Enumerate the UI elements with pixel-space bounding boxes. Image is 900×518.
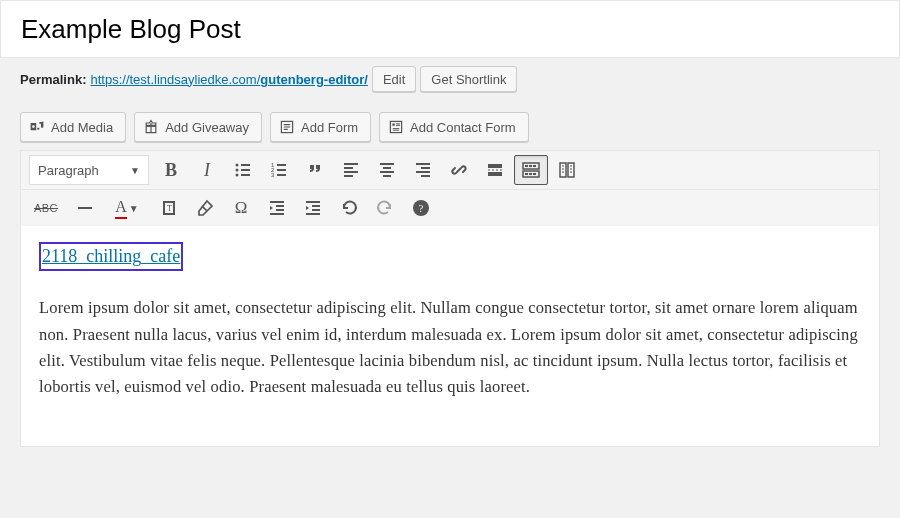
chevron-down-icon: ▼ [129,203,139,214]
indent-button[interactable] [296,193,330,223]
strikethrough-button[interactable]: ABC [26,193,66,223]
read-more-icon [485,160,505,180]
post-title-input[interactable] [1,1,899,57]
quote-icon [305,160,325,180]
link-icon [449,160,469,180]
svg-text:?: ? [419,202,424,214]
svg-text:3: 3 [271,172,275,178]
svg-point-6 [236,174,239,177]
add-contact-form-button[interactable]: Add Contact Form [379,112,529,142]
svg-rect-2 [390,121,401,132]
bold-button[interactable]: B [154,155,188,185]
format-select[interactable]: Paragraph ▼ [29,155,149,185]
svg-point-0 [32,125,35,128]
permalink-label: Permalink: [20,72,86,87]
italic-button[interactable]: I [190,155,224,185]
toolbar-toggle-icon [521,160,541,180]
special-character-button[interactable]: Ω [224,193,258,223]
permalink-row: Permalink: https://test.lindsayliedke.co… [0,58,900,104]
horizontal-rule-button[interactable] [68,193,102,223]
link-button[interactable] [442,155,476,185]
outdent-button[interactable] [260,193,294,223]
numbered-list-icon: 123 [269,160,289,180]
add-form-button[interactable]: Add Form [270,112,371,142]
svg-rect-11 [525,165,528,167]
contact-form-icon [388,119,404,135]
svg-text:T: T [167,204,172,213]
undo-button[interactable] [332,193,366,223]
permalink-link[interactable]: https://test.lindsayliedke.com/gutenberg… [90,72,367,87]
help-icon: ? [411,198,431,218]
redo-button[interactable] [368,193,402,223]
svg-rect-15 [525,173,528,175]
blockquote-button[interactable] [298,155,332,185]
eraser-icon [195,198,215,218]
help-button[interactable]: ? [404,193,438,223]
svg-rect-17 [533,173,536,175]
align-left-button[interactable] [334,155,368,185]
paste-text-button[interactable]: T [152,193,186,223]
svg-point-5 [236,169,239,172]
editor-container: Paragraph ▼ B I 123 [20,150,880,447]
form-icon [279,119,295,135]
undo-icon [339,198,359,218]
strikethrough-icon: ABC [34,202,58,214]
align-right-icon [413,160,433,180]
inserted-audio-link[interactable]: 2118_chilling_cafe [42,246,180,266]
svg-rect-18 [560,163,566,177]
text-color-icon: A [115,198,127,219]
align-right-button[interactable] [406,155,440,185]
read-more-button[interactable] [478,155,512,185]
hr-icon [78,207,92,209]
clipboard-t-icon: T [159,198,179,218]
body-paragraph: Lorem ipsum dolor sit amet, consectetur … [39,295,861,401]
selected-link-box: 2118_chilling_cafe [39,242,183,271]
text-color-button[interactable]: A ▼ [104,193,150,223]
media-buttons-row: Add Media Add Giveaway Add Form Add Cont… [0,104,900,148]
bullet-list-icon [233,160,253,180]
toolbar-toggle-button[interactable] [514,155,548,185]
get-shortlink-button[interactable]: Get Shortlink [420,66,517,92]
bullet-list-button[interactable] [226,155,260,185]
svg-rect-16 [529,173,532,175]
align-center-icon [377,160,397,180]
svg-point-4 [236,164,239,167]
redo-icon [375,198,395,218]
edit-permalink-button[interactable]: Edit [372,66,416,92]
numbered-list-button[interactable]: 123 [262,155,296,185]
columns-icon [557,160,577,180]
svg-rect-13 [533,165,536,167]
svg-rect-3 [392,123,394,125]
chevron-down-icon: ▼ [130,165,140,176]
add-giveaway-button[interactable]: Add Giveaway [134,112,262,142]
columns-button[interactable] [550,155,584,185]
align-center-button[interactable] [370,155,404,185]
toolbar-row-2: ABC A ▼ T Ω [21,190,879,226]
align-left-icon [341,160,361,180]
gift-icon [143,119,159,135]
svg-rect-12 [529,165,532,167]
outdent-icon [267,198,287,218]
indent-icon [303,198,323,218]
camera-music-icon [29,119,45,135]
editor-content-area[interactable]: 2118_chilling_cafe Lorem ipsum dolor sit… [21,226,879,446]
clear-formatting-button[interactable] [188,193,222,223]
svg-rect-19 [568,163,574,177]
toolbar-row-1: Paragraph ▼ B I 123 [21,151,879,190]
add-media-button[interactable]: Add Media [20,112,126,142]
omega-icon: Ω [235,198,248,218]
